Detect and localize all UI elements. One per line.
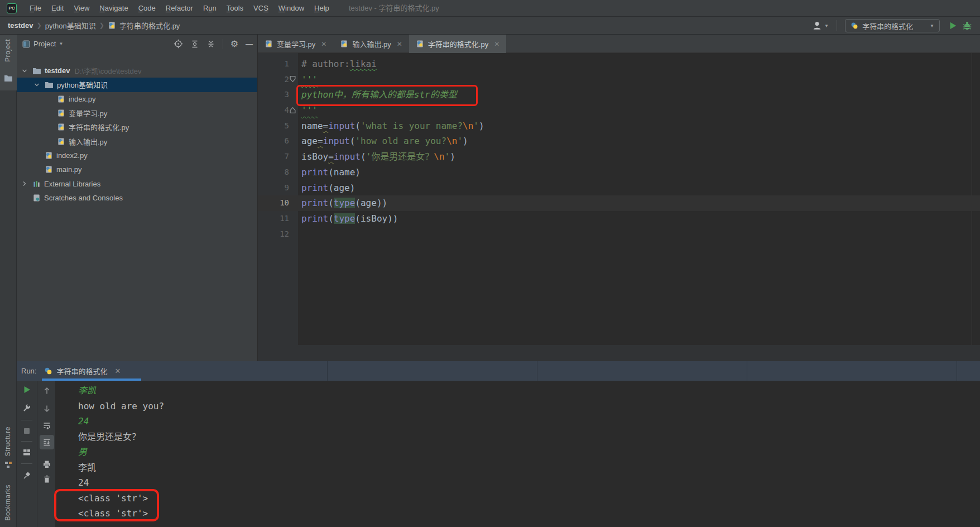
editor-tab-输入输出.py[interactable]: 输入输出.py✕ <box>333 35 409 53</box>
tree-item-字符串的格式化.py[interactable]: 字符串的格式化.py <box>17 120 257 134</box>
tree-item-python基础知识[interactable]: python基础知识 <box>17 78 257 92</box>
pin-tab-icon[interactable] <box>21 470 32 481</box>
stop-button[interactable] <box>21 425 32 437</box>
run-toolbar-main <box>17 381 37 527</box>
run-configuration-select[interactable]: 字符串的格式化 ▼ <box>845 19 940 32</box>
tree-item-index2.py[interactable]: index2.py <box>17 148 257 162</box>
menu-item-file[interactable]: File <box>25 4 46 12</box>
editor-tab-label: 字符串的格式化.py <box>428 39 488 49</box>
user-account-icon[interactable]: ▼ <box>812 21 829 31</box>
project-panel-title[interactable]: Project <box>33 40 56 48</box>
menu-item-help[interactable]: Help <box>309 4 334 12</box>
menu-item-vcs[interactable]: VCS <box>248 4 273 12</box>
tree-item-label: index2.py <box>56 151 88 160</box>
tree-item-label: python基础知识 <box>57 79 108 90</box>
tree-item-变量学习.py[interactable]: 变量学习.py <box>17 106 257 120</box>
editor-tab-变量学习.py[interactable]: 变量学习.py✕ <box>258 35 333 53</box>
menu-item-view[interactable]: View <box>69 4 94 12</box>
folder-icon <box>32 67 41 75</box>
python-file-icon <box>57 123 65 131</box>
tree-item-index.py[interactable]: index.py <box>17 92 257 106</box>
tree-item-label: 变量学习.py <box>69 108 107 118</box>
stripe-button-structure[interactable]: Structure <box>4 427 12 456</box>
menu-item-navigate[interactable]: Navigate <box>94 4 133 12</box>
console-toolbar <box>37 381 56 527</box>
folder-icon[interactable] <box>4 74 13 82</box>
code-line-9: print(age) <box>298 180 980 196</box>
gutter-line-number[interactable]: 6 <box>258 133 298 149</box>
gutter-line-number[interactable]: 3 <box>258 87 298 103</box>
restore-layout-icon[interactable] <box>21 447 32 458</box>
menu-item-run[interactable]: Run <box>198 4 222 12</box>
window-title: testdev - 字符串的格式化.py <box>349 0 439 17</box>
scroll-to-end-icon[interactable] <box>41 437 52 448</box>
edit-configuration-wrench-icon[interactable] <box>21 402 32 413</box>
fold-start-marker-icon[interactable] <box>289 75 297 83</box>
console-output[interactable]: 李凯how old are you?24你是男还是女？男李凯24<class '… <box>56 381 980 527</box>
console-line: <class 'str'> <box>78 491 980 506</box>
tree-item-label: 字符串的格式化.py <box>69 122 129 132</box>
python-file-icon <box>340 40 348 48</box>
breadcrumb-folder[interactable]: python基础知识 <box>45 20 96 31</box>
tree-item-Scratches and Consoles[interactable]: Scratches and Consoles <box>17 191 257 205</box>
breadcrumb-project[interactable]: testdev <box>8 21 33 30</box>
stripe-button-bookmarks[interactable]: Bookmarks <box>4 485 12 521</box>
chevron-right-icon: ❯ <box>99 22 104 29</box>
menu-item-code[interactable]: Code <box>133 4 161 12</box>
bookmarks-icon[interactable] <box>4 461 12 469</box>
stripe-button-project[interactable]: Project <box>4 39 12 62</box>
menu-item-window[interactable]: Window <box>273 4 309 12</box>
gutter-line-number[interactable]: 1 <box>258 56 298 72</box>
chevron-right-icon[interactable] <box>21 180 32 187</box>
chevron-down-icon[interactable] <box>33 82 45 88</box>
code-line-6: age=input('how old are you?\n') <box>298 133 980 149</box>
run-button[interactable] <box>948 21 958 31</box>
menu-item-refactor[interactable]: Refactor <box>161 4 198 12</box>
breadcrumb-file[interactable]: 字符串的格式化.py <box>119 20 180 31</box>
close-icon[interactable]: ✕ <box>494 40 499 48</box>
tree-item-label: 输入输出.py <box>69 136 107 147</box>
down-the-stack-trace-icon[interactable] <box>41 403 52 414</box>
menu-item-tools[interactable]: Tools <box>222 4 248 12</box>
project-tool-window: Project ▼ ⚙ — testdevD:\李凯\code\testdevp… <box>17 35 258 361</box>
gutter-line-number[interactable]: 5 <box>258 118 298 134</box>
toolbar-divider <box>21 463 32 464</box>
run-console-tab[interactable]: 字符串的格式化 ✕ <box>44 366 121 376</box>
tree-item-输入输出.py[interactable]: 输入输出.py <box>17 134 257 148</box>
print-icon[interactable] <box>41 459 52 470</box>
soft-wrap-icon[interactable] <box>41 420 52 431</box>
gutter-line-number[interactable]: 9 <box>258 180 298 196</box>
locate-file-icon[interactable] <box>174 39 183 49</box>
hide-panel-icon[interactable]: — <box>246 40 253 48</box>
expand-all-icon[interactable] <box>190 40 199 49</box>
rerun-button[interactable] <box>21 384 32 395</box>
chevron-down-icon[interactable] <box>21 68 32 74</box>
tree-item-label: main.py <box>56 165 82 174</box>
code-editor[interactable]: 123456789101112 # author:likai'''python中… <box>258 53 980 345</box>
gutter-line-number[interactable]: 10 <box>258 195 298 211</box>
collapse-all-icon[interactable] <box>206 40 215 49</box>
editor-tab-字符串的格式化.py[interactable]: 字符串的格式化.py✕ <box>409 35 506 53</box>
settings-gear-icon[interactable]: ⚙ <box>230 40 238 49</box>
chevron-down-icon: ▼ <box>59 41 63 46</box>
tree-item-External Libraries[interactable]: External Libraries <box>17 176 257 190</box>
tree-item-label: testdev <box>45 66 70 75</box>
debug-button[interactable] <box>962 21 972 31</box>
tree-item-testdev[interactable]: testdevD:\李凯\code\testdev <box>17 64 257 78</box>
console-line: 24 <box>78 475 980 491</box>
editor-gutter: 123456789101112 <box>258 53 298 345</box>
annotation-red-box-editor <box>296 85 478 106</box>
gutter-line-number[interactable]: 12 <box>258 227 298 242</box>
menu-item-edit[interactable]: Edit <box>46 4 69 12</box>
fold-end-marker-icon[interactable] <box>289 107 297 114</box>
close-icon[interactable]: ✕ <box>321 40 326 48</box>
gutter-line-number[interactable]: 11 <box>258 211 298 227</box>
tree-item-main.py[interactable]: main.py <box>17 162 257 176</box>
gutter-line-number[interactable]: 8 <box>258 165 298 180</box>
gutter-line-number[interactable]: 7 <box>258 149 298 165</box>
close-icon[interactable]: ✕ <box>397 40 402 48</box>
close-icon[interactable]: ✕ <box>114 367 121 375</box>
up-the-stack-trace-icon[interactable] <box>41 385 52 396</box>
clear-all-trash-icon[interactable] <box>41 473 52 485</box>
python-file-icon <box>416 40 424 48</box>
